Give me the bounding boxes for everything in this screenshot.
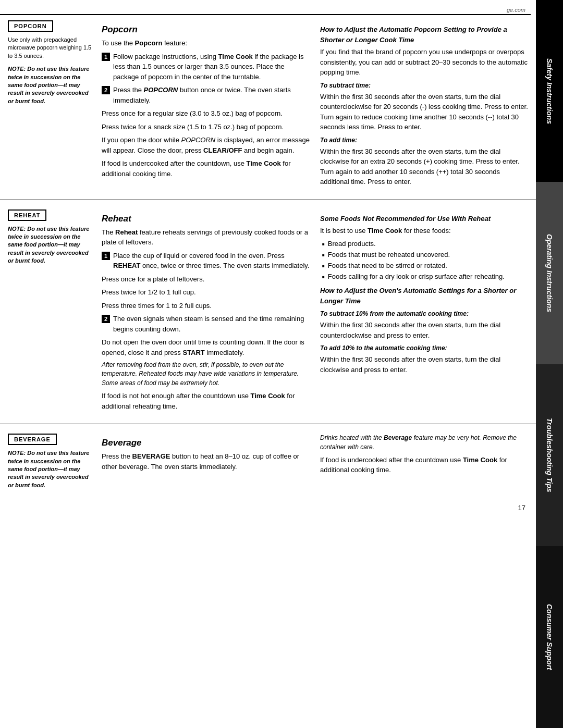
popcorn-add-text: Within the first 30 seconds after the ov… (320, 146, 528, 187)
tab-troubleshooting[interactable]: Troubleshooting Tips (536, 364, 563, 546)
reheat-press-twice: Press twice for 1/2 to 1 full cup. (102, 287, 310, 298)
popcorn-adjust-intro: If you find that the brand of popcorn yo… (320, 47, 528, 78)
reheat-foods-intro: It is best to use Time Cook for these fo… (320, 226, 528, 236)
popcorn-subtract-text: Within the first 30 seconds after the ov… (320, 92, 528, 132)
reheat-adjust-heading: How to Adjust the Oven's Automatic Setti… (320, 286, 528, 306)
step1-content: Follow package instructions, using Time … (113, 52, 310, 82)
beverage-undercooked: If food is undercooked after the countdo… (320, 455, 528, 475)
popcorn-door-open: If you open the door while POPCORN is di… (102, 135, 310, 155)
popcorn-reheat-divider (0, 200, 536, 200)
reheat-foods-list: Bread products. Foods that must be rehea… (322, 239, 528, 282)
reheat-foods-heading: Some Foods Not Recommended for Use With … (320, 214, 528, 224)
main-content: ge.com POPCORN Use only with prepackaged… (0, 0, 536, 517)
reheat-subtract10-heading: To subtract 10% from the automatic cooki… (320, 309, 528, 318)
step1-badge: 1 (102, 53, 110, 61)
tab-troubleshooting-label: Troubleshooting Tips (545, 418, 554, 492)
popcorn-left: POPCORN Use only with prepackaged microw… (0, 15, 99, 195)
tab-consumer-label: Consumer Support (545, 604, 554, 670)
tab-operating-label: Operating Instructions (545, 234, 554, 312)
beverage-two-col: Beverage Press the BEVERAGE button to he… (102, 434, 528, 478)
reheat-food-item-2: Foods that must be reheated uncovered. (322, 250, 528, 260)
popcorn-two-col: Popcorn To use the Popcorn feature: 1 Fo… (102, 20, 528, 190)
beverage-right: Beverage Press the BEVERAGE button to he… (99, 428, 536, 500)
popcorn-undercooked: If food is undercooked after the countdo… (102, 158, 310, 179)
beverage-button-box: BEVERAGE (8, 434, 57, 445)
reheat-step2: 2 The oven signals when steam is sensed … (102, 314, 310, 334)
reheat-food-item-1: Bread products. (322, 239, 528, 249)
reheat-press-three: Press three times for 1 to 2 full cups. (102, 301, 310, 311)
reheat-add10-heading: To add 10% to the automatic cooking time… (320, 343, 528, 353)
reheat-italic-note: After removing food from the oven, stir,… (102, 361, 310, 388)
reheat-step1: 1 Place the cup of liquid or covered foo… (102, 251, 310, 271)
reheat-button-box: REHEAT (8, 209, 46, 221)
popcorn-step1: 1 Follow package instructions, using Tim… (102, 52, 310, 82)
reheat-title: Reheat (102, 214, 310, 224)
right-tabs: Safety Instructions Operating Instructio… (536, 0, 563, 728)
beverage-title: Beverage (102, 438, 310, 448)
popcorn-adjust-heading: How to Adjust the Automatic Popcorn Sett… (320, 24, 528, 45)
popcorn-right-content: How to Adjust the Automatic Popcorn Sett… (320, 20, 528, 190)
beverage-section: BEVERAGE NOTE: Do not use this feature t… (0, 428, 536, 500)
beverage-italic-note: Drinks heated with the Beverage feature … (320, 434, 528, 452)
popcorn-title: Popcorn (102, 24, 310, 35)
popcorn-intro: To use the Popcorn feature: (102, 38, 310, 48)
popcorn-note-warning: NOTE: Do not use this feature twice in s… (8, 65, 94, 105)
reheat-step1-content: Place the cup of liquid or covered food … (113, 251, 310, 271)
reheat-step2-content: The oven signals when steam is sensed an… (113, 314, 310, 334)
ge-com: ge.com (0, 5, 536, 14)
reheat-left-content: Reheat The Reheat feature reheats servin… (102, 209, 310, 415)
reheat-subtract10-text: Within the first 30 seconds after the ov… (320, 320, 528, 340)
beverage-left-text: Press the BEVERAGE button to heat an 8–1… (102, 451, 310, 472)
step2-content: Press the POPCORN button once or twice. … (113, 85, 310, 105)
popcorn-section: POPCORN Use only with prepackaged microw… (0, 15, 536, 195)
reheat-section: REHEAT NOTE: Do not use this feature twi… (0, 204, 536, 420)
reheat-not-hot: If food is not hot enough after the coun… (102, 391, 310, 411)
popcorn-step2: 2 Press the POPCORN button once or twice… (102, 85, 310, 105)
beverage-right-content: Drinks heated with the Beverage feature … (320, 434, 528, 478)
beverage-left: BEVERAGE NOTE: Do not use this feature t… (0, 428, 99, 500)
reheat-food-item-4: Foods calling for a dry look or crisp su… (322, 272, 528, 281)
reheat-step1-badge: 1 (102, 252, 110, 260)
beverage-note-warning: NOTE: Do not use this feature twice in s… (8, 449, 94, 489)
popcorn-button-box: POPCORN (8, 20, 53, 32)
reheat-note-warning: NOTE: Do not use this feature twice in s… (8, 225, 94, 265)
reheat-beverage-divider (0, 424, 536, 424)
beverage-left-content: Beverage Press the BEVERAGE button to he… (102, 434, 310, 478)
reheat-two-col: Reheat The Reheat feature reheats servin… (102, 209, 528, 415)
popcorn-press-twice: Press twice for a snack size (1.5 to 1.7… (102, 122, 310, 132)
tab-consumer[interactable]: Consumer Support (536, 546, 563, 728)
reheat-door-note: Do not open the oven door until time is … (102, 337, 310, 357)
reheat-add10-text: Within the first 30 seconds after the ov… (320, 354, 528, 375)
popcorn-press-once: Press once for a regular size (3.0 to 3.… (102, 108, 310, 119)
reheat-intro: The Reheat feature reheats servings of p… (102, 227, 310, 248)
popcorn-subtract-heading: To subtract time: (320, 81, 528, 90)
popcorn-add-heading: To add time: (320, 135, 528, 145)
step2-badge: 2 (102, 86, 110, 94)
reheat-right: Reheat The Reheat feature reheats servin… (99, 204, 536, 420)
reheat-press-once: Press once for a plate of leftovers. (102, 274, 310, 285)
reheat-right-content: Some Foods Not Recommended for Use With … (320, 209, 528, 415)
reheat-step2-badge: 2 (102, 315, 110, 323)
page-number: 17 (0, 500, 536, 512)
tab-safety[interactable]: Safety Instructions (536, 0, 563, 182)
tab-safety-label: Safety Instructions (545, 58, 554, 124)
popcorn-note-main: Use only with prepackaged microwave popc… (8, 36, 94, 60)
tab-operating[interactable]: Operating Instructions (536, 182, 563, 364)
popcorn-right: Popcorn To use the Popcorn feature: 1 Fo… (99, 15, 536, 195)
reheat-left: REHEAT NOTE: Do not use this feature twi… (0, 204, 99, 420)
reheat-food-item-3: Foods that need to be stirred or rotated… (322, 261, 528, 270)
popcorn-left-content: Popcorn To use the Popcorn feature: 1 Fo… (102, 20, 310, 190)
